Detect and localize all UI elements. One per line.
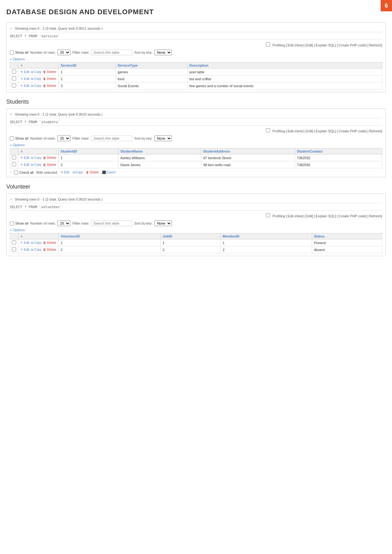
students-col-sort: ▼ [18, 148, 59, 154]
services-explainsql-link[interactable]: Explain SQL [316, 43, 335, 47]
students-profiling-link[interactable]: Profiling [273, 129, 285, 133]
delete-btn[interactable]: 🗑 Delete [43, 84, 57, 87]
volunteer-createphp-link[interactable]: Create PHP code [339, 214, 365, 218]
delete-btn[interactable]: 🗑 Delete [43, 77, 57, 81]
edit-btn[interactable]: ✎ Edit [20, 248, 30, 251]
services-profiling-link[interactable]: Profiling [273, 43, 285, 47]
services-showing-text: Showing rows 0 - 2 (3 total, Query took … [15, 27, 103, 30]
volunteer-col-status[interactable]: Status [312, 233, 382, 239]
checkmark-icon: ✓ [10, 27, 13, 30]
edit-btn[interactable]: ✎ Edit [20, 84, 30, 87]
students-refresh-link[interactable]: Refresh [369, 129, 381, 133]
copy-btn[interactable]: ⧉ Copy [31, 241, 42, 245]
students-with-selected-text: With selected: [36, 171, 58, 174]
volunteer-col-check [10, 233, 18, 239]
delete-btn[interactable]: 🗑 Delete [43, 156, 57, 160]
table-row: ✎ Edit ⧉ Copy 🗑 Delete 1 games pool tabl… [10, 69, 382, 75]
students-checkall-checkbox[interactable] [14, 170, 18, 174]
services-profiling-checkbox[interactable] [266, 42, 270, 46]
services-createphp-link[interactable]: Create PHP code [339, 43, 365, 47]
row-checkbox[interactable] [12, 155, 16, 160]
students-col-check [10, 148, 18, 154]
students-numrows-select[interactable]: 25 [57, 135, 70, 141]
row-checkbox[interactable] [12, 69, 16, 74]
volunteer-numrows-select[interactable]: 25 [57, 220, 70, 226]
students-bottom-export-btn[interactable]: ⬛ Export [102, 171, 116, 174]
services-sortby-select[interactable]: None [154, 50, 172, 55]
students-bottom-copy-btn[interactable]: ⧉ Copy [72, 171, 83, 174]
delete-btn[interactable]: 🗑 Delete [43, 163, 57, 166]
edit-btn[interactable]: ✎ Edit [20, 156, 30, 160]
students-sortby-select[interactable]: None [154, 135, 172, 141]
volunteer-profiling-checkbox[interactable] [266, 213, 270, 217]
students-explainsql-link[interactable]: Explain SQL [316, 129, 335, 133]
row-checkbox[interactable] [12, 83, 16, 87]
services-editinline-link[interactable]: Edit inline [287, 43, 303, 47]
delete-btn[interactable]: 🗑 Delete [43, 241, 57, 244]
students-col-studentcontact[interactable]: StudentContact [295, 148, 382, 154]
volunteer-col-volunteerid[interactable]: VolunteerID [58, 233, 160, 239]
services-numrows-select[interactable]: 25 [57, 50, 70, 55]
edit-btn[interactable]: ✎ Edit [20, 77, 30, 81]
students-profiling-checkbox[interactable] [266, 128, 270, 132]
students-bottom-delete-btn[interactable]: 🗑 Delete [86, 171, 99, 174]
copy-btn[interactable]: ⧉ Copy [31, 70, 42, 74]
volunteer-col-memberid[interactable]: MemberID [220, 233, 312, 239]
services-col-description[interactable]: Description [187, 63, 382, 69]
delete-btn[interactable]: 🗑 Delete [43, 70, 57, 74]
row-checkbox[interactable] [12, 162, 16, 166]
services-showall-checkbox[interactable] [10, 51, 14, 55]
row-studentid: 1 [58, 154, 118, 161]
services-profiling-row: Profiling [Edit inline] [Edit] [Explain … [10, 42, 382, 48]
row-checkbox-cell [10, 246, 18, 253]
volunteer-heading: Volunteer [6, 184, 386, 190]
row-checkbox[interactable] [12, 240, 16, 244]
table-row: ✎ Edit ⧉ Copy 🗑 Delete 2 2 2 Absent [10, 246, 382, 253]
volunteer-sortby-select[interactable]: None [154, 220, 172, 226]
services-col-servicetype[interactable]: ServiceType [116, 63, 187, 69]
copy-btn[interactable]: ⧉ Copy [31, 163, 42, 167]
students-sortby-label: Sort by key: [134, 136, 153, 140]
volunteer-search-input[interactable] [91, 220, 132, 226]
volunteer-refresh-link[interactable]: Refresh [369, 214, 381, 218]
students-profiling-row: Profiling [Edit inline] [Edit] [Explain … [10, 128, 382, 134]
services-edit-link[interactable]: Edit [306, 43, 312, 47]
services-col-serviceid[interactable]: ServiceID [58, 63, 115, 69]
row-status: Present [312, 239, 382, 246]
row-checkbox[interactable] [12, 247, 16, 251]
volunteer-profiling-link[interactable]: Profiling [273, 214, 285, 218]
students-bottom-edit-btn[interactable]: ✎ Edit [60, 171, 69, 174]
edit-btn[interactable]: ✎ Edit [20, 163, 30, 166]
students-createphp-link[interactable]: Create PHP code [339, 129, 365, 133]
students-col-studentid[interactable]: StudentID [58, 148, 118, 154]
row-volunteerid: 2 [58, 246, 160, 253]
volunteer-options-toggle[interactable]: + Options [10, 228, 382, 232]
volunteer-showall-checkbox[interactable] [10, 221, 14, 226]
students-col-studentaddress[interactable]: StudentAddress [201, 148, 295, 154]
row-checkbox[interactable] [12, 76, 16, 81]
students-search-input[interactable] [91, 135, 132, 141]
copy-btn[interactable]: ⧉ Copy [31, 156, 42, 160]
row-status: Absent [312, 246, 382, 253]
edit-btn[interactable]: ✎ Edit [20, 70, 30, 74]
volunteer-col-jobid[interactable]: JobID [160, 233, 220, 239]
copy-btn[interactable]: ⧉ Copy [31, 84, 42, 88]
volunteer-editinline-link[interactable]: Edit inline [287, 214, 303, 218]
services-search-input[interactable] [91, 50, 132, 55]
copy-btn[interactable]: ⧉ Copy [31, 248, 42, 252]
students-editinline-link[interactable]: Edit inline [287, 129, 303, 133]
edit-btn[interactable]: ✎ Edit [20, 241, 30, 244]
students-showall-checkbox[interactable] [10, 136, 14, 141]
services-refresh-link[interactable]: Refresh [369, 43, 381, 47]
volunteer-edit-link[interactable]: Edit [306, 214, 312, 218]
students-options-toggle[interactable]: + Options [10, 143, 382, 147]
volunteer-sortby-label: Sort by key: [134, 221, 153, 225]
students-edit-link[interactable]: Edit [306, 129, 312, 133]
copy-btn[interactable]: ⧉ Copy [31, 77, 42, 81]
students-sql: SELECT * FROM `students` [10, 119, 382, 126]
services-options-toggle[interactable]: + Options [10, 57, 382, 61]
services-showall-label: Show all [10, 51, 28, 55]
delete-btn[interactable]: 🗑 Delete [43, 248, 57, 251]
students-col-studentname[interactable]: StudentName [118, 148, 201, 154]
volunteer-explainsql-link[interactable]: Explain SQL [316, 214, 335, 218]
